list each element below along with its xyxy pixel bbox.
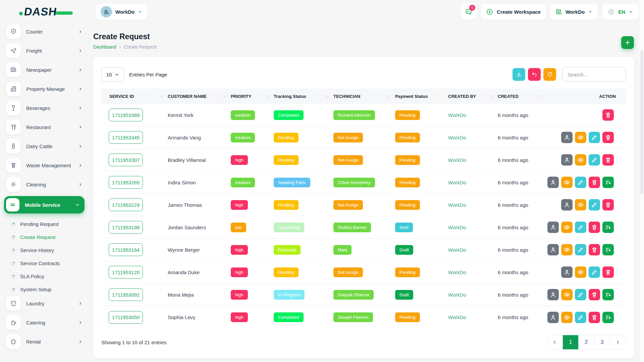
reorder-button[interactable]: [602, 289, 614, 300]
service-id-button[interactable]: 1711953389: [109, 109, 143, 121]
view-button[interactable]: [561, 289, 573, 300]
delete-button[interactable]: [589, 289, 600, 300]
reorder-button[interactable]: [602, 222, 614, 233]
assign-user-button[interactable]: [561, 132, 573, 143]
refresh-button[interactable]: [543, 68, 556, 81]
delete-button[interactable]: [602, 154, 614, 166]
view-button[interactable]: [561, 312, 573, 323]
sidebar-item-restaurant[interactable]: Restaurant: [6, 120, 83, 134]
sidebar-item-service-contracts[interactable]: Service Contracts: [6, 257, 83, 270]
delete-button[interactable]: [589, 244, 600, 255]
view-button[interactable]: [575, 154, 586, 166]
reorder-button[interactable]: [602, 312, 614, 323]
service-id-button[interactable]: 1711953198: [109, 221, 143, 234]
add-request-button[interactable]: +: [621, 36, 634, 49]
sort-icon[interactable]: ↑↓: [160, 94, 162, 98]
entries-per-page-select[interactable]: 10: [101, 67, 124, 81]
sidebar-item-pending-request[interactable]: Pending Request: [6, 218, 83, 231]
service-id-button[interactable]: 1711953265: [109, 176, 143, 189]
pagination-prev-button[interactable]: [547, 335, 562, 349]
created-by-link[interactable]: WorkDo: [448, 202, 466, 208]
sidebar-item-sla-policy[interactable]: SLA Policy: [6, 270, 83, 283]
service-id-button[interactable]: 1711953120: [109, 266, 143, 279]
reset-button[interactable]: [528, 68, 541, 81]
view-button[interactable]: [575, 266, 586, 278]
sidebar-item-freight[interactable]: Freight: [6, 43, 83, 58]
edit-button[interactable]: [575, 222, 586, 233]
reorder-button[interactable]: [602, 244, 614, 255]
sidebar-item-property-manage[interactable]: Property Manage: [6, 81, 83, 96]
sidebar-item-catering[interactable]: Catering: [6, 315, 83, 330]
sidebar-item-service-history[interactable]: Service History: [6, 244, 83, 257]
created-by-link[interactable]: WorkDo: [448, 112, 466, 118]
edit-button[interactable]: [589, 132, 600, 143]
service-id-button[interactable]: 1711953050: [109, 311, 143, 324]
sidebar-item-laundry[interactable]: Laundry: [6, 296, 83, 311]
view-button[interactable]: [561, 222, 573, 233]
language-menu[interactable]: EN: [602, 4, 639, 20]
assign-user-button[interactable]: [547, 289, 559, 300]
pagination-next-button[interactable]: [610, 335, 626, 349]
delete-button[interactable]: [602, 266, 614, 278]
pagination-page-3[interactable]: 3: [594, 335, 610, 349]
created-by-link[interactable]: WorkDo: [448, 314, 466, 320]
edit-button[interactable]: [589, 266, 600, 278]
assign-user-button[interactable]: [561, 199, 573, 210]
sidebar-item-cleaning[interactable]: Cleaning: [6, 177, 83, 192]
sidebar-item-newspaper[interactable]: Newspaper: [6, 62, 83, 77]
service-id-button[interactable]: 1711953092: [109, 288, 143, 301]
view-button[interactable]: [575, 132, 586, 143]
service-id-button[interactable]: 1711953229: [109, 198, 143, 211]
created-by-link[interactable]: WorkDo: [448, 269, 466, 275]
view-button[interactable]: [561, 244, 573, 255]
breadcrumb-dashboard-link[interactable]: Dashboard: [93, 44, 116, 50]
created-by-link[interactable]: WorkDo: [448, 247, 466, 253]
delete-button[interactable]: [602, 132, 614, 143]
edit-button[interactable]: [575, 177, 586, 188]
view-button[interactable]: [561, 177, 573, 188]
edit-button[interactable]: [575, 244, 586, 255]
edit-button[interactable]: [575, 289, 586, 300]
sidebar-item-mobile-service[interactable]: Mobile Service: [4, 196, 85, 214]
search-input[interactable]: [562, 67, 626, 82]
export-button[interactable]: [513, 68, 525, 81]
assign-user-button[interactable]: [547, 312, 559, 323]
sidebar-item-waste-management[interactable]: Waste Management: [6, 158, 83, 173]
delete-button[interactable]: [589, 177, 600, 188]
created-by-link[interactable]: WorkDo: [448, 292, 466, 298]
delete-button[interactable]: [602, 109, 614, 121]
assign-user-button[interactable]: [547, 177, 559, 188]
workspace-switcher[interactable]: WorkDo: [96, 4, 147, 20]
assign-user-button[interactable]: [547, 244, 559, 255]
created-by-link[interactable]: WorkDo: [448, 157, 466, 163]
created-by-link[interactable]: WorkDo: [448, 135, 466, 140]
view-button[interactable]: [575, 199, 586, 210]
service-id-button[interactable]: 1711953164: [109, 243, 143, 256]
reorder-button[interactable]: [602, 177, 614, 188]
edit-button[interactable]: [589, 199, 600, 210]
service-id-button[interactable]: 1711953345: [109, 131, 143, 144]
brand-logo[interactable]: DASH: [0, 5, 92, 18]
sort-icon[interactable]: ↑↓: [326, 94, 328, 98]
sort-icon[interactable]: ↑↓: [266, 94, 268, 98]
created-by-link[interactable]: WorkDo: [448, 180, 466, 185]
delete-button[interactable]: [602, 199, 614, 210]
edit-button[interactable]: [589, 154, 600, 166]
sidebar-item-dairy-cattle[interactable]: Dairy Cattle: [6, 139, 83, 154]
assign-user-button[interactable]: [547, 222, 559, 233]
sidebar-item-beverages[interactable]: Beverages: [6, 101, 83, 115]
edit-button[interactable]: [575, 312, 586, 323]
delete-button[interactable]: [589, 222, 600, 233]
delete-button[interactable]: [589, 312, 600, 323]
created-by-link[interactable]: WorkDo: [448, 225, 466, 230]
sort-icon[interactable]: ↑↓: [540, 94, 542, 98]
assign-user-button[interactable]: [561, 266, 573, 278]
page-scrollbar[interactable]: [640, 0, 644, 362]
sort-icon[interactable]: ↑↓: [223, 94, 225, 98]
sidebar-item-system-setup[interactable]: System Setup: [6, 283, 83, 296]
sidebar-item-rental[interactable]: Rental: [6, 334, 83, 349]
sidebar-item-create-request[interactable]: Create Request: [6, 231, 83, 244]
sort-icon[interactable]: ↑↓: [490, 94, 492, 98]
assign-user-button[interactable]: [561, 154, 573, 166]
sidebar-item-courier[interactable]: Courier: [6, 24, 83, 39]
